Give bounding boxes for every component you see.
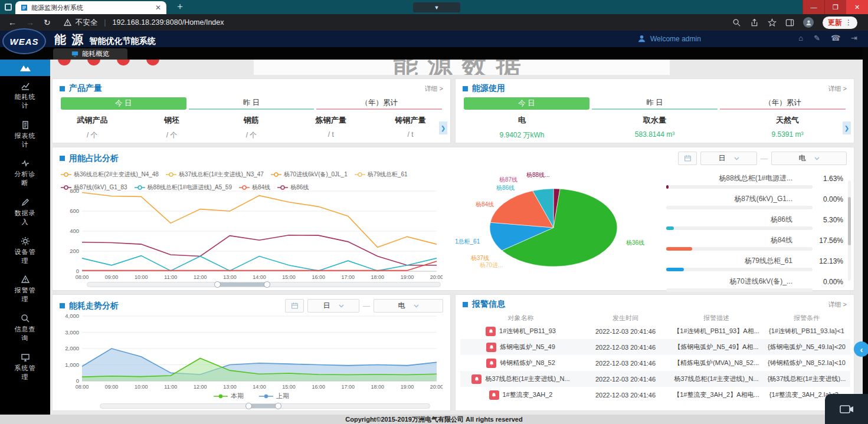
energy-tab-1[interactable]: 昨 日 [592,97,718,110]
sidebar-item-energy-stat[interactable]: 能耗统计 [0,76,50,115]
alarm-time: 2022-12-03 20:41:46 [581,360,670,367]
datazoom-handle-left[interactable] [245,403,252,409]
back-button[interactable]: ← [8,18,17,27]
col-header: 报警描述 [670,314,763,323]
tab-close-icon[interactable]: ✕ [155,4,161,12]
sidebar-item-data-entry[interactable]: 数据录入 [0,192,50,231]
trend-legend: 本期上期 [53,392,450,400]
scrollbar-thumb[interactable] [848,197,851,245]
sidebar-item-home[interactable] [0,60,50,76]
metric-value: / 个 [212,130,291,140]
trend-legend-item[interactable]: 上期 [259,392,289,400]
list-scrollbar [848,180,851,281]
panel-bullet [463,86,468,91]
browser-menu-icon[interactable]: ⋮ [845,18,852,27]
legend-item[interactable]: 杨36线总柜(2#主变进线)_N4_48 [61,170,159,179]
energy-tab-0[interactable]: 今 日 [464,97,589,110]
datazoom-handle-right[interactable] [275,403,281,409]
alarm-bell-icon [471,374,482,384]
datazoom-handle-right[interactable] [264,281,270,288]
search-icon[interactable] [732,18,741,27]
tab-energy-overview[interactable]: 能耗概览 [53,48,127,60]
type-select[interactable]: 电 [771,152,847,165]
energy-tab-2[interactable]: （年）累计 [720,97,846,110]
monitor-icon [71,51,78,57]
legend-item[interactable]: 杨79线总柜_61 [355,170,408,179]
forward-button[interactable]: → [26,18,34,27]
detail-link[interactable]: 详细 > [828,84,847,93]
datazoom-thumb[interactable] [218,282,267,287]
sidebar-item-report-stat[interactable]: 报表统计 [0,115,50,154]
alarm-row[interactable]: 炼钢电弧炉_N5_492022-12-03 20:41:46【炼钢电弧炉_N5_… [460,339,850,355]
edit-icon[interactable]: ✎ [814,34,820,42]
collapse-chevron-button[interactable]: ‹ [854,341,868,357]
sidebar-item-info-query[interactable]: 信息查询 [0,308,50,347]
sidebar-item-label: 设备管理 [13,248,38,265]
sidebar-item-device-mgmt[interactable]: 设备管理 [0,231,50,270]
window-maximize-button[interactable]: ❐ [824,0,846,14]
new-tab-button[interactable]: ＋ [175,1,185,13]
ratio-item-bar [666,206,813,209]
browser-tab[interactable]: 能源监测分析系统 ✕ [15,1,166,14]
datazoom-slider[interactable] [87,282,441,287]
alarm-bell-icon [489,390,499,400]
legend-item[interactable]: 杨70进线6kV(备)_0JL_1 [271,170,348,179]
period-select[interactable]: 日 [307,299,359,313]
col-header: 发生时间 [581,314,670,323]
alarm-row[interactable]: 铸钢精炼炉_N8_522022-12-03 20:41:46【精炼电弧炉(MVA… [460,355,850,371]
legend-marker-icon [166,172,176,177]
trend-legend-item[interactable]: 本期 [214,392,244,400]
phone-icon[interactable]: ☎ [831,34,840,42]
bookmark-star-icon[interactable] [768,18,777,27]
header-action-icons: ⌂ ✎ ☎ ⇥ [798,34,857,42]
chevron-down-icon [814,157,820,160]
period-select[interactable]: 日 [700,152,757,165]
sidebar-item-system-mgmt[interactable]: 系统管理 [0,347,50,386]
next-page-chevron[interactable]: ❯ [843,121,851,134]
alarm-row[interactable]: 1#整流变_3AH_22022-12-03 20:41:46【1#整流变_3AH… [460,387,850,403]
pie-label: 1总柜_61 [455,238,480,246]
tab-list-dropdown[interactable]: ▼ [413,2,460,12]
legend-marker-icon [259,394,273,399]
window-close-button[interactable]: ✕ [846,0,868,14]
url-field[interactable]: 不安全 | 192.168.18.239:8080/Home/Index [64,18,732,28]
calendar-icon[interactable] [285,299,304,313]
product-tab-0[interactable]: 今 日 [61,97,186,110]
alarm-row[interactable]: 杨37线总柜(1#主变进线)_N...2022-12-03 20:41:46杨3… [460,371,850,387]
welcome-user[interactable]: Welcome admin [637,34,701,43]
alarm-row[interactable]: 1#连铸机_PB11_932022-12-03 20:41:46【1#连铸机_P… [460,323,850,339]
product-tab-1[interactable]: 昨 日 [189,97,315,110]
window-minimize-button[interactable]: — [803,0,824,14]
type-select[interactable]: 电 [374,299,443,313]
next-page-chevron[interactable]: ❯ [439,121,447,134]
datazoom-thumb[interactable] [248,404,278,408]
sidebar-item-alarm-mgmt[interactable]: 报警管理 [0,269,50,308]
ratio-item-name: 杨79线总柜_61 [666,256,813,266]
sidebar-item-analysis[interactable]: 分析诊断 [0,153,50,192]
trend-selectors: 日 — 电 [285,299,443,313]
logout-icon[interactable]: ⇥ [851,34,857,42]
panel-title: 能耗走势分析 [69,301,285,311]
datazoom-handle-left[interactable] [214,281,221,288]
legend-item[interactable]: 杨37线总柜(1#主变进线)_N3_47 [166,170,264,179]
svg-text:200: 200 [70,248,79,254]
detail-link[interactable]: 详细 > [828,300,847,309]
metric-name: 天然气 [721,115,854,126]
app-title: 能 源 智能优化节能系统 [54,32,156,48]
share-icon[interactable] [750,18,759,27]
datazoom-slider[interactable] [100,403,430,409]
reload-button[interactable]: ↻ [44,18,51,27]
profile-avatar[interactable] [803,17,814,28]
browser-update-button[interactable]: 更新 ⋮ [823,17,857,29]
svg-text:09:00: 09:00 [105,384,119,390]
panel-title: 产品产量 [69,83,425,94]
metric-name: 武钢产品 [53,115,132,126]
person-icon [805,19,812,26]
ratio-item-bar [666,247,813,251]
home-icon[interactable]: ⌂ [798,34,803,42]
product-tab-2[interactable]: （年）累计 [316,97,442,110]
detail-link[interactable]: 详细 > [425,84,443,93]
pip-overlay[interactable] [825,394,868,424]
calendar-icon[interactable] [678,152,697,165]
side-panel-icon[interactable] [785,18,794,27]
